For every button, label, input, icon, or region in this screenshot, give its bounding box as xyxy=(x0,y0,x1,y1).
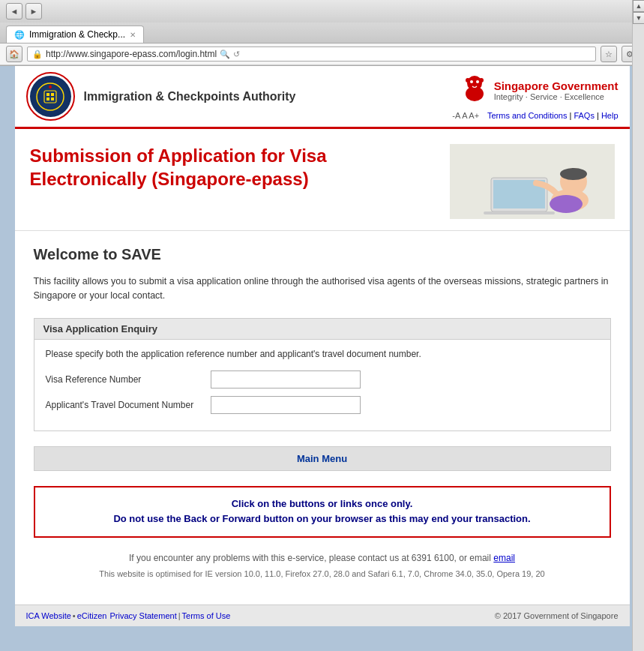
travel-doc-label: Applicant's Travel Document Number xyxy=(46,400,211,410)
hero-title: Submission of Application for Visa Elect… xyxy=(30,144,450,190)
svg-point-9 xyxy=(470,80,473,83)
address-icon: 🔒 xyxy=(32,50,43,59)
enquiry-header: Visa Application Enquiry xyxy=(34,319,610,340)
site-container: Immigration & Checkpoints Authority xyxy=(15,66,630,626)
search-icon: 🔍 xyxy=(220,50,230,59)
hero-illustration xyxy=(450,144,615,219)
svg-rect-2 xyxy=(46,93,49,96)
ica-website-link[interactable]: ICA Website xyxy=(26,611,71,620)
travel-doc-row: Applicant's Travel Document Number xyxy=(46,396,599,414)
agency-name: Immigration & Checkpoints Authority xyxy=(84,90,296,104)
home-button[interactable]: 🏠 xyxy=(6,46,22,62)
sg-govt-subtitle: Integrity · Service · Excellence xyxy=(494,92,619,101)
svg-rect-5 xyxy=(51,98,54,100)
main-menu-bar: Main Menu xyxy=(34,446,611,471)
contact-note: If you encounter any problems with this … xyxy=(34,553,611,563)
font-controls[interactable]: -A A A+ xyxy=(452,111,479,120)
footer-left: ICA Website • eCitizen Privacy Statement… xyxy=(26,611,231,620)
svg-rect-4 xyxy=(46,98,49,100)
page-wrapper: Immigration & Checkpoints Authority xyxy=(0,66,644,641)
visa-ref-row: Visa Reference Number xyxy=(46,370,599,388)
svg-point-20 xyxy=(550,195,583,213)
scrollbar[interactable]: ▲ ▼ xyxy=(632,0,644,651)
tab-close-button[interactable]: ✕ xyxy=(130,31,136,39)
privacy-link[interactable]: Privacy Statement xyxy=(109,611,176,620)
address-text: http://www.singapore-epass.com/login.htm… xyxy=(46,49,217,59)
header-right: Singapore Government Integrity · Service… xyxy=(441,66,629,127)
hero-section: Submission of Application for Visa Elect… xyxy=(15,129,630,231)
svg-rect-1 xyxy=(44,91,56,103)
enquiry-note: Please specify both the application refe… xyxy=(46,349,599,359)
content-area: Welcome to SAVE This facility allows you… xyxy=(15,231,630,604)
refresh-icon[interactable]: ↺ xyxy=(233,50,240,59)
travel-doc-input[interactable] xyxy=(211,396,361,414)
site-footer: ICA Website • eCitizen Privacy Statement… xyxy=(15,604,630,626)
enquiry-box: Visa Application Enquiry Please specify … xyxy=(34,318,611,431)
browser-chrome: ◄ ► 🌐 Immigration & Checkp... ✕ 🏠 🔒 http… xyxy=(0,0,644,66)
help-link[interactable]: Help xyxy=(601,111,619,120)
scroll-down-button[interactable]: ▼ xyxy=(633,12,644,24)
forward-button[interactable]: ► xyxy=(25,3,42,20)
header-links: -A A A+ Terms and Conditions | FAQs | He… xyxy=(452,111,618,120)
tab-favicon: 🌐 xyxy=(14,30,25,40)
terms-of-use-link[interactable]: Terms of Use xyxy=(182,611,231,620)
welcome-heading: Welcome to SAVE xyxy=(34,246,611,263)
sg-govt-text: Singapore Government Integrity · Service… xyxy=(494,80,619,101)
warning-line2: Do not use the Back or Forward button on… xyxy=(44,512,601,527)
browser-addressbar: 🏠 🔒 http://www.singapore-epass.com/login… xyxy=(0,44,644,65)
site-header: Immigration & Checkpoints Authority xyxy=(15,66,630,129)
enquiry-body: Please specify both the application refe… xyxy=(34,340,610,430)
contact-email-link[interactable]: email xyxy=(493,553,515,563)
contact-note-text: If you encounter any problems with this … xyxy=(129,553,491,563)
back-button[interactable]: ◄ xyxy=(6,3,22,20)
sg-govt-title: Singapore Government xyxy=(494,80,619,92)
svg-point-19 xyxy=(560,168,587,180)
svg-point-12 xyxy=(479,78,484,82)
warning-box: Click on the buttons or links once only.… xyxy=(34,486,611,538)
footer-copyright: © 2017 Government of Singapore xyxy=(495,611,619,620)
browser-titlebar: ◄ ► xyxy=(0,0,644,22)
sg-govt-logo: Singapore Government Integrity · Service… xyxy=(462,73,619,108)
tab-title: Immigration & Checkp... xyxy=(29,29,125,40)
main-menu-button[interactable]: Main Menu xyxy=(297,453,347,464)
logo-emblem xyxy=(30,76,71,117)
page-main-title: Submission of Application for Visa Elect… xyxy=(30,144,450,190)
intro-text: This facility allows you to submit a vis… xyxy=(34,274,611,303)
ecitizen-link[interactable]: eCitizen xyxy=(77,611,107,620)
warning-line1: Click on the buttons or links once only. xyxy=(44,496,601,512)
visa-ref-input[interactable] xyxy=(211,370,361,388)
warning-text: Click on the buttons or links once only.… xyxy=(44,496,601,528)
active-tab[interactable]: 🌐 Immigration & Checkp... ✕ xyxy=(6,26,144,43)
logo-circle xyxy=(26,72,75,121)
svg-rect-16 xyxy=(484,212,555,214)
faqs-link[interactable]: FAQs xyxy=(574,111,595,120)
scroll-up-button[interactable]: ▲ xyxy=(633,0,644,12)
svg-point-10 xyxy=(476,80,479,83)
star-button[interactable]: ☆ xyxy=(601,46,617,62)
svg-rect-3 xyxy=(51,93,54,96)
hero-image xyxy=(450,144,615,219)
header-logo: Immigration & Checkpoints Authority xyxy=(15,66,442,127)
visa-ref-label: Visa Reference Number xyxy=(46,374,211,385)
tab-bar: 🌐 Immigration & Checkp... ✕ xyxy=(0,22,644,44)
address-box[interactable]: 🔒 http://www.singapore-epass.com/login.h… xyxy=(27,46,596,62)
lion-icon xyxy=(462,73,488,108)
terms-link[interactable]: Terms and Conditions xyxy=(487,111,567,120)
browser-compat: This website is optimised for IE version… xyxy=(34,569,611,578)
svg-point-11 xyxy=(466,78,470,82)
